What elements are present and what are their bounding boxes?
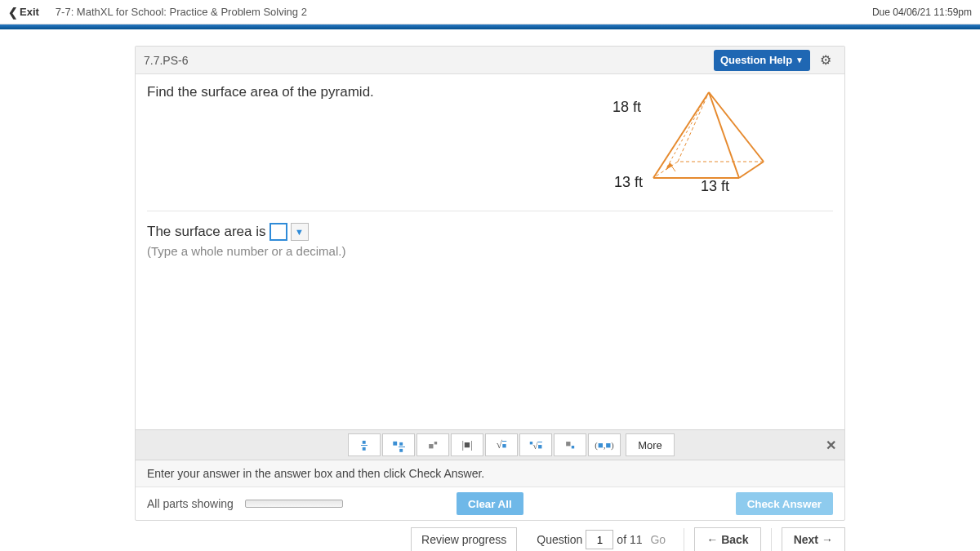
math-palette: ■■ ■■■ ■■ |■| √■ ■√■ ■■ (■,■) More ✕	[136, 429, 844, 460]
arrow-left-icon: ←	[706, 533, 718, 546]
question-nav: Question of 11 Go	[537, 530, 674, 549]
label-slant-height: 18 ft	[612, 99, 641, 116]
absolute-value-icon: |■|	[461, 438, 472, 451]
question-panel: 7.7.PS-6 Question Help ▼ ⚙ Find the surf…	[135, 46, 845, 521]
chevron-left-icon: ❮	[8, 6, 18, 19]
answer-input[interactable]	[270, 223, 287, 241]
answer-hint: (Type a whole number or a decimal.)	[147, 244, 833, 258]
svg-line-8	[666, 92, 709, 170]
question-label: Question	[537, 533, 582, 546]
review-progress-button[interactable]: Review progress	[411, 527, 517, 551]
palette-mixed[interactable]: ■■■	[382, 433, 415, 456]
back-label: Back	[721, 533, 748, 546]
go-button[interactable]: Go	[650, 533, 666, 546]
question-total: of 11	[617, 533, 642, 546]
label-base-2: 13 ft	[701, 178, 729, 195]
ordered-pair-icon: (■,■)	[595, 440, 613, 450]
palette-more[interactable]: More	[626, 433, 675, 456]
arrow-right-icon: →	[822, 533, 833, 546]
exponent-icon: ■■	[429, 440, 438, 451]
svg-line-4	[653, 92, 709, 178]
assignment-title: 7-7: MathXL for School: Practice & Probl…	[56, 6, 307, 18]
palette-close-icon[interactable]: ✕	[826, 438, 836, 453]
pyramid-figure: 18 ft 13 ft 13 ft	[612, 84, 833, 201]
palette-nroot[interactable]: ■√■	[519, 433, 552, 456]
mixed-number-icon: ■■■	[392, 438, 404, 452]
svg-line-5	[709, 92, 739, 178]
next-label: Next	[794, 533, 818, 546]
check-answer-button[interactable]: Check Answer	[736, 492, 833, 515]
palette-exponent[interactable]: ■■	[416, 433, 449, 456]
svg-line-1	[739, 162, 764, 178]
next-button[interactable]: Next →	[782, 527, 845, 551]
unit-dropdown[interactable]: ▼	[291, 223, 309, 241]
answer-prefix: The surface area is	[147, 224, 266, 240]
parts-progress	[245, 500, 343, 508]
palette-absolute[interactable]: |■|	[451, 433, 483, 456]
svg-line-7	[678, 92, 709, 162]
gear-icon[interactable]: ⚙	[815, 50, 836, 71]
chevron-down-icon: ▼	[795, 56, 804, 64]
due-date: Due 04/06/21 11:59pm	[872, 7, 972, 18]
question-id: 7.7.PS-6	[144, 54, 188, 67]
question-number-input[interactable]	[586, 530, 613, 549]
subscript-icon: ■■	[566, 438, 575, 451]
question-help-label: Question Help	[720, 54, 792, 66]
palette-sqrt[interactable]: √■	[485, 433, 518, 456]
palette-fraction[interactable]: ■■	[348, 433, 381, 456]
exit-button[interactable]: ❮ Exit	[8, 6, 39, 19]
sqrt-icon: √■	[497, 438, 507, 451]
palette-ordered-pair[interactable]: (■,■)	[588, 433, 621, 456]
instruction-text: Enter your answer in the answer box and …	[136, 460, 844, 487]
accent-bar	[0, 24, 980, 29]
parts-label: All parts showing	[147, 497, 234, 510]
problem-text: Find the surface area of the pyramid.	[147, 84, 612, 201]
fraction-icon: ■■	[361, 440, 368, 451]
back-button[interactable]: ← Back	[694, 527, 760, 551]
nth-root-icon: ■√■	[529, 440, 542, 451]
palette-subscript[interactable]: ■■	[554, 433, 586, 456]
label-base-1: 13 ft	[614, 174, 643, 191]
question-help-button[interactable]: Question Help ▼	[714, 50, 810, 71]
svg-line-6	[709, 92, 764, 162]
exit-label: Exit	[20, 6, 39, 18]
clear-all-button[interactable]: Clear All	[457, 492, 523, 515]
